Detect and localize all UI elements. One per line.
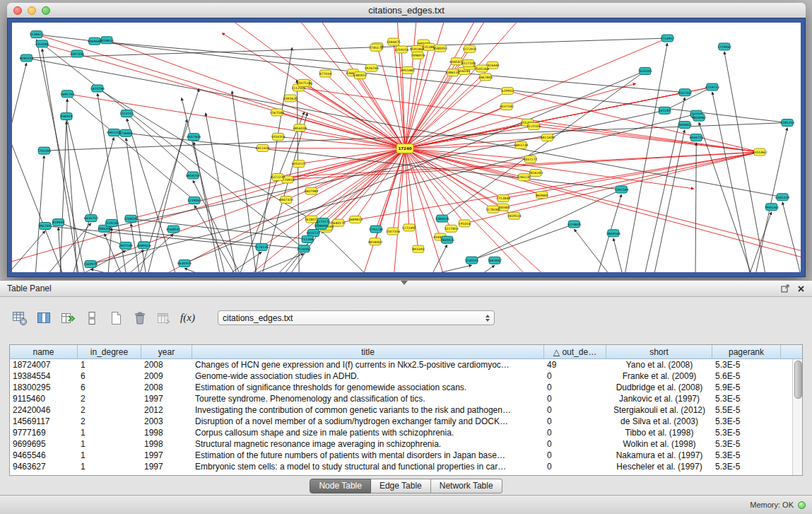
network-node[interactable]: 7283230 [517,174,531,181]
network-node[interactable]: 7505264 [475,65,489,72]
table-row[interactable]: 946554611997Estimation of the future num… [10,450,792,461]
network-node[interactable]: 1245254 [780,119,794,127]
network-node[interactable]: 7635045 [638,67,652,74]
network-node[interactable]: 3259256 [394,46,408,53]
network-node[interactable]: 1513215 [119,110,134,117]
network-node[interactable]: 3708597 [124,215,138,222]
cell-year[interactable]: 1998 [141,439,192,449]
cell-in_degree[interactable]: 1 [78,462,141,472]
network-node[interactable]: 2713844 [496,195,510,202]
network-node[interactable]: 1219067 [187,197,201,204]
window-titlebar[interactable]: citations_edges.txt [7,3,806,18]
cell-name[interactable]: 9465546 [10,450,78,460]
cell-in_degree[interactable]: 1 [78,360,141,370]
network-node[interactable]: 7498978 [411,52,425,59]
network-node[interactable]: 8372239 [271,174,285,181]
cell-out_degree[interactable]: 0 [544,371,606,381]
cell-year[interactable]: 1997 [141,462,192,472]
cell-in_degree[interactable]: 1 [78,439,141,449]
network-node[interactable]: 251386 [302,235,314,243]
cell-in_degree[interactable]: 2 [78,405,141,415]
network-node[interactable]: 4467320 [279,196,293,203]
network-node[interactable]: 5037277 [523,156,537,163]
network-node[interactable]: 5893739 [514,141,528,148]
network-node[interactable]: 1054356 [271,133,285,140]
network-node[interactable]: 5926744 [365,64,379,71]
cell-in_degree[interactable]: 6 [78,382,141,392]
delete-button[interactable] [130,309,149,327]
network-node[interactable]: 7291589 [614,186,628,193]
network-node[interactable]: 3868584 [606,230,620,237]
cell-short[interactable]: Yano et al. (2008) [606,360,712,370]
network-node[interactable]: 8085033 [19,54,33,62]
cell-out_degree[interactable]: 0 [544,450,606,460]
network-node[interactable]: 5178280 [486,206,500,213]
cell-year[interactable]: 2012 [141,405,192,415]
table-selector[interactable]: citations_edges.txt [218,310,495,325]
cell-out_degree[interactable]: 0 [544,405,606,415]
network-node[interactable]: 5227853 [444,225,458,232]
cell-pagerank[interactable]: 5.3E-5 [712,462,781,472]
column-header-out_degree[interactable]: △ out_de… [544,345,606,358]
network-node[interactable]: 8458254 [186,172,200,179]
cell-out_degree[interactable]: 0 [544,382,606,392]
cell-title[interactable]: Embryonic stem cells: a model to study s… [192,462,544,472]
column-header-title[interactable]: title [192,345,544,358]
network-node[interactable]: 3176136 [254,243,269,250]
network-node[interactable]: 5173170 [316,218,330,226]
table-mode-button[interactable] [10,309,29,327]
network-node[interactable]: 4818000 [368,238,382,245]
network-window[interactable]: citations_edges.txt 58937395037277181624… [7,3,806,277]
network-node[interactable]: 936919 [60,113,72,120]
cell-pagerank[interactable]: 5.3E-5 [712,394,781,404]
tab-edge-table[interactable]: Edge Table [371,479,431,493]
network-node[interactable]: 6037542 [500,103,514,110]
cell-title[interactable]: Investigating the contribution of common… [192,405,544,415]
network-node[interactable]: 4444716 [689,134,703,141]
network-node[interactable]: 1272497 [402,224,416,231]
network-node[interactable]: 8117109 [461,60,476,67]
table-row[interactable]: 969969511998Structural magnetic resonanc… [10,438,792,450]
network-node[interactable]: 869480 [536,192,548,199]
table-row[interactable]: 946362711997Embryonic stem cells: a mode… [10,461,792,472]
network-node[interactable]: 5420784 [90,85,105,92]
network-node[interactable]: 6434750 [84,215,98,222]
cell-title[interactable]: Changes of HCN gene expression and I(f) … [192,360,544,370]
cell-name[interactable]: 9777169 [10,428,78,438]
cell-short[interactable]: Jankovic et al. (1997) [606,394,712,404]
cell-pagerank[interactable]: 5.3E-5 [712,450,781,460]
network-node[interactable]: 8580052 [433,45,447,52]
network-node[interactable]: 7869426 [440,236,454,243]
cell-title[interactable]: Structural magnetic resonance image aver… [192,439,544,449]
column-header-pagerank[interactable]: pagerank [712,345,781,358]
network-node[interactable]: 6411435 [256,144,270,151]
minimize-button[interactable] [28,6,36,15]
table-row[interactable]: 977716911998Corpus callosum shape and si… [10,427,792,438]
table-row[interactable]: 1938455462009Genome-wide association stu… [10,370,792,382]
cell-year[interactable]: 1997 [141,450,192,460]
table-row[interactable]: 1830029562008Estimation of significance … [10,382,792,393]
network-node[interactable]: 1819514 [507,212,522,219]
network-node[interactable]: 3286826 [435,215,449,222]
network-node[interactable]: 1689813 [348,216,363,223]
cell-in_degree[interactable]: 1 [78,450,141,460]
cell-pagerank[interactable]: 5.3E-5 [712,416,781,426]
cell-title[interactable]: Disruption of a novel member of a sodium… [192,416,544,426]
cell-out_degree[interactable]: 0 [544,462,606,472]
network-node[interactable]: 7745170 [369,44,383,51]
cell-year[interactable]: 2008 [141,382,192,392]
cell-short[interactable]: Nakamura et al. (1997) [606,450,712,460]
close-button[interactable] [13,6,22,15]
network-node[interactable]: 1567584 [270,109,284,116]
vertical-scrollbar[interactable] [792,359,802,475]
network-node[interactable]: 1792238 [369,226,383,233]
cell-name[interactable]: 9699695 [10,439,78,449]
cell-year[interactable]: 2008 [141,360,192,370]
network-node[interactable]: 5695793 [60,90,74,98]
network-node[interactable]: 1572931 [463,45,477,52]
network-node[interactable]: 2123106 [526,122,541,129]
network-node[interactable]: 7604850 [678,122,692,129]
network-node[interactable]: 6053222 [292,160,306,168]
cell-title[interactable]: Genome-wide association studies in ADHD. [192,371,544,381]
table-row[interactable]: 911546021997Tourette syndrome. Phenomeno… [10,393,792,404]
